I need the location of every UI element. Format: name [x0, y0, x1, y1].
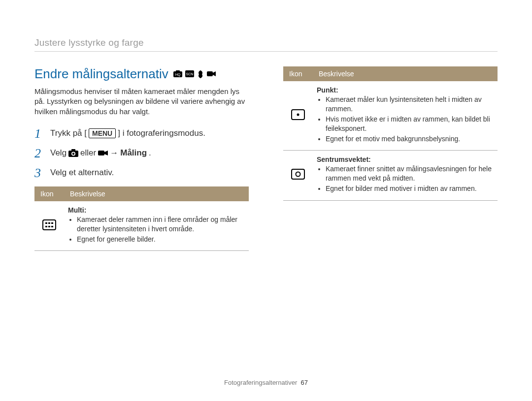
intro-paragraph: Målingsmodus henviser til måten kameraet…	[34, 87, 249, 117]
svg-rect-15	[45, 226, 47, 227]
svg-point-19	[297, 113, 299, 116]
svg-rect-17	[51, 226, 53, 227]
th-icon: Ikon	[34, 186, 64, 201]
svg-rect-16	[48, 226, 50, 227]
dual-is-icon	[197, 70, 204, 78]
menu-button-label: MENU	[89, 128, 116, 138]
svg-rect-12	[45, 222, 47, 224]
step-1-text: Trykk på [ MENU ] i fotograferingsmodus.	[50, 127, 205, 139]
option-bullet: Kameraet finner snittet av målingsavlesn…	[326, 164, 494, 183]
svg-text:SCN: SCN	[186, 72, 193, 76]
desc-cell: Sentrumsvektet: Kameraet finner snittet …	[313, 151, 498, 201]
step-2-text: Velg eller → Måling.	[50, 147, 151, 159]
video-small-icon	[98, 150, 108, 156]
desc-cell: Multi: Kameraet deler rammen inn i flere…	[64, 201, 249, 251]
step-number: 3	[34, 167, 43, 180]
svg-rect-7	[71, 149, 75, 152]
footer-section: Fotograferingsalternativer	[224, 379, 297, 386]
section-heading: Endre målingsalternativ HQ SCN	[34, 66, 216, 82]
options-table-left: Ikon Beskrivelse Multi: Kameraet deler r…	[34, 186, 249, 251]
video-icon	[207, 70, 216, 78]
page-number: 67	[300, 379, 307, 386]
option-title: Sentrumsvektet:	[317, 155, 494, 163]
svg-rect-1	[176, 70, 180, 72]
options-table-right: Ikon Beskrivelse Punkt: Kameraet måler k…	[283, 66, 498, 201]
table-row: Sentrumsvektet: Kameraet finner snittet …	[283, 151, 498, 201]
arrow-icon: →	[110, 147, 118, 159]
hq-icon: HQ	[173, 70, 182, 78]
option-bullet: Kameraet deler rammen inn i flere område…	[77, 215, 245, 234]
table-row: Punkt: Kameraet måler kun lysintensitete…	[283, 81, 498, 151]
heading-text: Endre målingsalternativ	[34, 66, 168, 82]
svg-rect-10	[98, 151, 104, 155]
table-row: Multi: Kameraet deler rammen inn i flere…	[34, 201, 249, 251]
scn-icon: SCN	[185, 70, 194, 78]
option-bullet: Hvis motivet ikke er i midten av rammen,…	[326, 115, 494, 133]
svg-point-9	[72, 153, 74, 154]
mode-icons-row: HQ SCN	[173, 70, 216, 78]
option-bullet: Egnet for bilder med motiver i midten av…	[326, 184, 494, 193]
option-bullet: Kameraet måler kun lysintensiteten helt …	[326, 95, 494, 114]
camera-icon	[68, 149, 78, 157]
left-column: Endre målingsalternativ HQ SCN	[34, 66, 249, 251]
manual-page: Justere lysstyrke og farge Endre målings…	[0, 0, 532, 401]
svg-point-21	[296, 172, 300, 177]
step-3: 3 Velg et alternativ.	[34, 167, 249, 180]
option-bullet: Egnet for et motiv med bakgrunnsbelysnin…	[326, 134, 494, 144]
option-title: Multi:	[68, 206, 245, 214]
content-columns: Endre målingsalternativ HQ SCN	[34, 66, 498, 251]
metering-multi-icon	[34, 201, 64, 251]
metering-spot-icon	[283, 81, 313, 151]
step-1: 1 Trykk på [ MENU ] i fotograferingsmodu…	[34, 127, 249, 140]
svg-rect-5	[207, 71, 213, 76]
th-icon: Ikon	[283, 66, 313, 81]
page-footer: Fotograferingsalternativer 67	[0, 379, 532, 386]
option-bullet: Egnet for generelle bilder.	[77, 235, 245, 244]
step-3-text: Velg et alternativ.	[50, 167, 114, 179]
right-column: Ikon Beskrivelse Punkt: Kameraet måler k…	[283, 66, 498, 251]
desc-cell: Punkt: Kameraet måler kun lysintensitete…	[313, 81, 498, 151]
svg-rect-14	[51, 222, 53, 224]
metering-center-icon	[283, 151, 313, 201]
svg-rect-13	[48, 222, 50, 224]
step-number: 2	[34, 147, 43, 160]
breadcrumb: Justere lysstyrke og farge	[34, 37, 498, 52]
svg-text:HQ: HQ	[175, 73, 180, 77]
steps-list: 1 Trykk på [ MENU ] i fotograferingsmodu…	[34, 127, 249, 180]
th-desc: Beskrivelse	[64, 186, 249, 201]
svg-rect-20	[292, 169, 304, 179]
option-title: Punkt:	[317, 86, 494, 94]
svg-rect-11	[43, 220, 56, 230]
th-desc: Beskrivelse	[313, 66, 498, 81]
step-number: 1	[34, 127, 43, 140]
step-2: 2 Velg eller → Måling.	[34, 147, 249, 160]
